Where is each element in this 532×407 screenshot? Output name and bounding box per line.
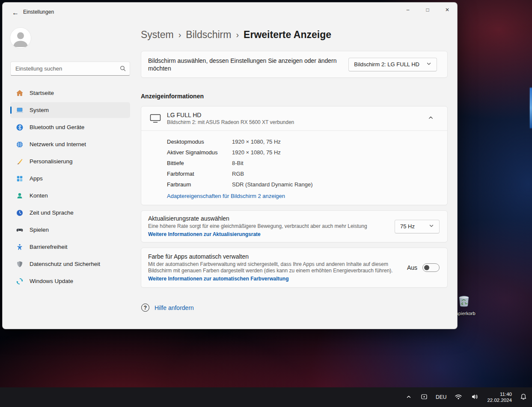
sidebar-item-label: Bluetooth und Geräte: [30, 124, 84, 130]
color-management-title: Farbe für Apps automatisch verwalten: [148, 253, 400, 260]
sidebar-item-label: Konten: [30, 192, 48, 199]
sidebar-item-label: Zeit und Sprache: [30, 209, 74, 216]
display-info-card: LG FULL HD Bildschirm 2: mit ASUS Radeon…: [141, 106, 448, 205]
back-arrow-icon: ←: [12, 9, 19, 16]
clock-date: 22.02.2024: [487, 397, 512, 403]
accessibility-icon: [16, 243, 24, 251]
info-row-desktopmodus: Desktopmodus 1920 × 1080, 75 Hz: [167, 136, 447, 147]
sidebar-item-windows-update[interactable]: Windows Update: [10, 273, 130, 289]
row-value: 1920 × 1080, 75 Hz: [232, 149, 281, 156]
sidebar-item-netzwerk[interactable]: Netzwerk und Internet: [10, 136, 130, 152]
apps-icon: [16, 175, 24, 183]
sidebar-item-label: Datenschutz und Sicherheit: [30, 261, 100, 267]
system-tray: DEU 11:40 22.02.2024: [404, 391, 532, 403]
monitor-subtitle: Bildschirm 2: mit ASUS Radeon RX 5600 XT…: [167, 119, 294, 125]
gaming-icon: [16, 226, 24, 234]
minimize-button[interactable]: –: [398, 3, 418, 17]
taskbar: DEU 11:40 22.02.2024: [0, 387, 532, 407]
privacy-shield-icon: [16, 260, 24, 268]
help-row: ? Hilfe anfordern: [141, 304, 448, 312]
row-label: Farbraum: [167, 181, 232, 188]
language-indicator[interactable]: DEU: [435, 392, 447, 402]
info-row-bittiefe: Bittiefe 8-Bit: [167, 158, 447, 168]
network-icon: [16, 141, 24, 148]
color-management-info-link[interactable]: Weitere Informationen zur automatischen …: [148, 276, 289, 282]
toggle-state-label: Aus: [407, 264, 417, 271]
sidebar-item-apps[interactable]: Apps: [10, 171, 130, 186]
recycle-bin-icon: [457, 293, 471, 310]
personalization-icon: [16, 158, 24, 165]
sidebar-nav: Startseite System Bluetooth und Geräte: [10, 85, 130, 289]
show-hidden-icons-button[interactable]: [404, 392, 413, 403]
display-info-header[interactable]: LG FULL HD Bildschirm 2: mit ASUS Radeon…: [141, 106, 447, 130]
main-content: System › Bildschirm › Erweiterte Anzeige…: [141, 23, 448, 329]
section-title-anzeigeinformationen: Anzeigeinformationen: [141, 93, 448, 100]
time-language-icon: [16, 209, 24, 217]
wifi-button[interactable]: [453, 392, 464, 403]
clock[interactable]: 11:40 22.02.2024: [487, 391, 512, 403]
monitor-name: LG FULL HD: [167, 112, 294, 118]
sidebar-item-personalisierung[interactable]: Personalisierung: [10, 153, 130, 169]
get-help-link[interactable]: Hilfe anfordern: [155, 304, 194, 311]
sidebar-item-label: Barrierefreiheit: [30, 244, 68, 250]
sidebar-item-spielen[interactable]: Spielen: [10, 222, 130, 238]
adapter-properties-link[interactable]: Adaptereigenschaften für Bildschirm 2 an…: [167, 193, 285, 199]
refresh-rate-card: Aktualisierungsrate auswählen Eine höher…: [141, 210, 448, 242]
settings-window: ← Einstellungen – □ ✕: [2, 2, 458, 329]
collapse-button[interactable]: [424, 112, 437, 125]
sidebar-item-label: Spielen: [30, 227, 49, 233]
refresh-rate-value: 75 Hz: [400, 223, 415, 230]
refresh-rate-dropdown[interactable]: 75 Hz: [395, 220, 440, 233]
sidebar-item-bluetooth[interactable]: Bluetooth und Geräte: [10, 119, 130, 135]
system-icon: [16, 106, 24, 114]
breadcrumb: System › Bildschirm › Erweiterte Anzeige: [141, 27, 448, 42]
close-button[interactable]: ✕: [437, 3, 457, 17]
bell-icon: [520, 393, 527, 401]
row-value: SDR (Standard Dynamic Range): [232, 181, 313, 188]
refresh-rate-title: Aktualisierungsrate auswählen: [148, 215, 367, 222]
breadcrumb-bildschirm[interactable]: Bildschirm: [186, 29, 231, 41]
sidebar-item-label: Personalisierung: [30, 158, 73, 165]
refresh-rate-info-link[interactable]: Weitere Informationen zur Aktualisierung…: [148, 231, 261, 237]
volume-button[interactable]: [470, 392, 480, 403]
sidebar-item-barrierefreiheit[interactable]: Barrierefreiheit: [10, 239, 130, 255]
display-select-dropdown[interactable]: Bildschirm 2: LG FULL HD: [348, 58, 437, 71]
bluetooth-icon: [16, 124, 24, 131]
chevron-up-icon: [428, 115, 434, 122]
sidebar-item-label: System: [30, 107, 49, 113]
update-icon: [16, 277, 24, 285]
search-input[interactable]: [10, 62, 130, 76]
color-management-toggle[interactable]: [422, 263, 440, 272]
info-row-farbraum: Farbraum SDR (Standard Dynamic Range): [167, 179, 447, 190]
chevron-down-icon: [429, 223, 434, 230]
clock-time: 11:40: [487, 391, 512, 397]
row-label: Aktiver Signalmodus: [167, 149, 232, 156]
row-value: 8-Bit: [232, 160, 244, 166]
sidebar: Startseite System Bluetooth und Geräte: [3, 23, 139, 329]
sidebar-item-zeit-sprache[interactable]: Zeit und Sprache: [10, 205, 130, 221]
maximize-button[interactable]: □: [418, 3, 437, 17]
row-value: 1920 × 1080, 75 Hz: [232, 139, 281, 145]
notifications-button[interactable]: [518, 392, 529, 403]
row-label: Farbformat: [167, 171, 232, 177]
sidebar-item-label: Startseite: [30, 90, 54, 96]
refresh-rate-description: Eine höhere Rate sorgt für eine gleichmä…: [148, 223, 367, 230]
info-row-signalmodus: Aktiver Signalmodus 1920 × 1080, 75 Hz: [167, 147, 447, 158]
display-select-value: Bildschirm 2: LG FULL HD: [354, 61, 419, 68]
sidebar-item-label: Apps: [30, 175, 43, 182]
sidebar-item-label: Netzwerk und Internet: [30, 141, 86, 147]
home-icon: [16, 89, 24, 97]
tray-app-button[interactable]: [419, 392, 429, 403]
sidebar-item-system[interactable]: System: [10, 102, 130, 118]
volume-icon: [471, 394, 478, 401]
sidebar-item-konten[interactable]: Konten: [10, 188, 130, 204]
titlebar: ← Einstellungen – □ ✕: [3, 3, 457, 23]
back-button[interactable]: ←: [9, 6, 22, 19]
sidebar-item-startseite[interactable]: Startseite: [10, 85, 130, 101]
breadcrumb-system[interactable]: System: [141, 29, 174, 41]
row-label: Bittiefe: [167, 160, 232, 166]
avatar[interactable]: [10, 28, 31, 48]
chevron-up-icon: [406, 394, 412, 401]
sidebar-item-datenschutz[interactable]: Datenschutz und Sicherheit: [10, 256, 130, 272]
sidebar-item-label: Windows Update: [30, 278, 73, 284]
